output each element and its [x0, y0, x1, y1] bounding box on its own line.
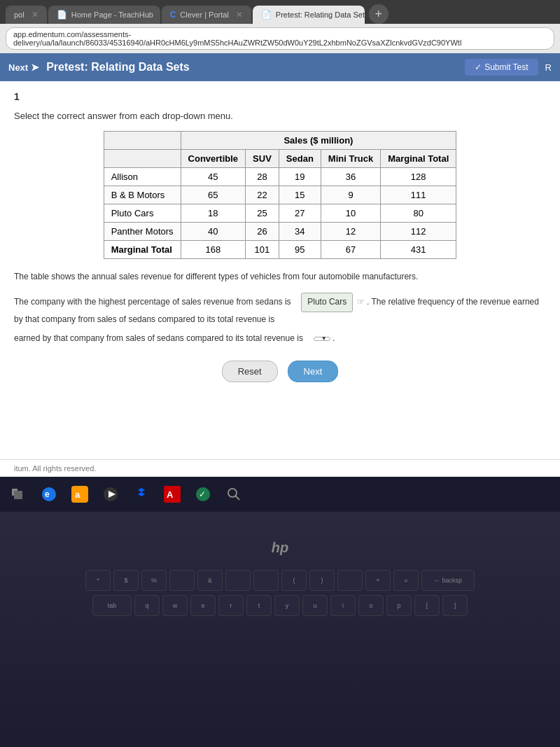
svg-text:a: a — [75, 489, 80, 500]
key-equals[interactable]: = — [393, 570, 419, 591]
svg-text:A: A — [167, 489, 174, 500]
table-company-pluto: Pluto Cars — [104, 204, 181, 223]
key-ampersand[interactable]: & — [197, 570, 223, 591]
tab-pretest-label: Pretest: Relating Data Sets — [276, 11, 365, 19]
keyboard-row-symbols: * $ % & ( ) + = ← backsp — [14, 570, 546, 591]
taskbar-dropbox-icon[interactable] — [130, 483, 153, 505]
table-marginal-total: 431 — [381, 241, 456, 259]
tab-clever-close[interactable]: ✕ — [236, 10, 243, 20]
tab-pool-close[interactable]: ✕ — [31, 10, 38, 20]
key-blank2[interactable] — [225, 570, 251, 591]
svg-text:e: e — [45, 489, 50, 499]
table-bb-mini: 9 — [321, 186, 380, 204]
table-company-panther: Panther Motors — [104, 223, 181, 241]
taskbar-check-icon[interactable]: ✓ — [192, 483, 214, 505]
key-plus[interactable]: + — [365, 570, 391, 591]
tab-clever[interactable]: C Clever | Portal ✕ — [162, 6, 251, 24]
laptop-bottom: hp * $ % & ( ) + = ← backsp tab q w e r … — [0, 512, 560, 747]
next-button[interactable]: Next — [288, 361, 339, 382]
button-row: Reset Next — [14, 361, 546, 382]
tab-pool-label: pol — [14, 11, 24, 19]
nav-next-button[interactable]: Next ➤ — [8, 62, 39, 73]
table-col-suv: SUV — [246, 150, 279, 168]
table-col-convertible: Convertible — [181, 150, 246, 168]
key-t[interactable]: t — [246, 595, 272, 616]
table-main-header: Sales ($ million) — [181, 132, 456, 150]
keyboard-row-qwerty: tab q w e r t y u i o p [ ] — [14, 595, 546, 616]
key-percent[interactable]: % — [141, 570, 167, 591]
company-dropdown[interactable]: Pluto Cars — [301, 293, 353, 312]
svg-rect-1 — [14, 491, 22, 499]
table-company-marginal: Marginal Total — [104, 241, 181, 259]
table-allison-sedan: 19 — [279, 168, 321, 186]
taskbar-search-icon[interactable] — [223, 483, 245, 505]
frequency-dropdown[interactable] — [314, 337, 330, 341]
question-earned-text: earned by that company from sales of sed… — [14, 333, 303, 343]
table-panther-conv: 40 — [181, 223, 246, 241]
table-allison-suv: 28 — [246, 168, 279, 186]
url-input[interactable]: app.edmentum.com/assessments-delivery/ua… — [6, 27, 554, 50]
tab-pool[interactable]: pol ✕ — [6, 6, 47, 24]
table-panther-suv: 26 — [246, 223, 279, 241]
table-row: Panther Motors 40 26 34 12 112 — [104, 223, 456, 241]
key-blank3[interactable] — [253, 570, 279, 591]
hp-logo: hp — [272, 540, 288, 556]
nav-next-label: Next — [8, 62, 28, 73]
tab-teachhub[interactable]: 📄 Home Page - TeachHub ✕ — [48, 6, 160, 24]
key-p[interactable]: p — [386, 595, 412, 616]
table-row: Marginal Total 168 101 95 67 431 — [104, 241, 456, 259]
key-y[interactable]: y — [274, 595, 300, 616]
dropdown1-cursor-icon[interactable]: ☞ — [357, 297, 365, 307]
key-blank4[interactable] — [337, 570, 363, 591]
table-pluto-suv: 25 — [246, 204, 279, 223]
submit-icon: ✓ — [475, 62, 482, 72]
address-bar: app.edmentum.com/assessments-delivery/ua… — [0, 24, 560, 53]
question-part1-text: The company with the highest percentage … — [14, 297, 291, 307]
table-panther-total: 112 — [381, 223, 456, 241]
nav-right-button[interactable]: R — [545, 62, 552, 73]
browser-chrome: pol ✕ 📄 Home Page - TeachHub ✕ C Clever … — [0, 0, 560, 24]
key-asterisk[interactable]: * — [85, 570, 111, 591]
new-tab-button[interactable]: + — [369, 4, 388, 24]
key-i[interactable]: i — [330, 595, 356, 616]
key-open-paren[interactable]: ( — [281, 570, 307, 591]
table-bb-suv: 22 — [246, 186, 279, 204]
key-q[interactable]: q — [134, 595, 160, 616]
svg-point-12 — [228, 489, 237, 497]
table-marginal-conv: 168 — [181, 241, 246, 259]
key-o[interactable]: o — [358, 595, 384, 616]
table-col-marginal: Marginal Total — [381, 150, 456, 168]
table-company-allison: Allison — [104, 168, 181, 186]
key-w[interactable]: w — [162, 595, 188, 616]
tab-teachhub-label: Home Page - TeachHub — [71, 11, 153, 19]
table-empty-header — [104, 132, 181, 150]
key-backspace[interactable]: ← backsp — [421, 570, 475, 591]
key-bracket-open[interactable]: [ — [414, 595, 440, 616]
reset-button[interactable]: Reset — [222, 361, 278, 382]
taskbar-acrobat-icon[interactable]: A — [161, 483, 183, 505]
key-bracket-close[interactable]: ] — [442, 595, 468, 616]
taskbar-files-icon[interactable] — [7, 483, 29, 505]
app-nav: Next ➤ Pretest: Relating Data Sets ✓ Sub… — [0, 53, 560, 81]
tab-bar: pol ✕ 📄 Home Page - TeachHub ✕ C Clever … — [6, 4, 554, 24]
taskbar-edge-icon[interactable]: e — [38, 483, 60, 505]
table-panther-sedan: 34 — [279, 223, 321, 241]
key-blank1[interactable] — [169, 570, 195, 591]
key-e[interactable]: e — [190, 595, 216, 616]
key-r[interactable]: r — [218, 595, 244, 616]
taskbar: e a A ✓ — [0, 477, 560, 512]
taskbar-amazon-icon[interactable]: a — [69, 483, 91, 505]
table-company-bb: B & B Motors — [104, 186, 181, 204]
key-tab[interactable]: tab — [92, 595, 132, 616]
submit-test-button[interactable]: ✓ Submit Test — [465, 59, 538, 76]
table-bb-sedan: 15 — [279, 186, 321, 204]
table-pluto-mini: 10 — [321, 204, 380, 223]
tab-pretest[interactable]: 📄 Pretest: Relating Data Sets ✕ — [253, 6, 365, 24]
keyboard-area: * $ % & ( ) + = ← backsp tab q w e r t y… — [14, 570, 546, 616]
key-u[interactable]: u — [302, 595, 328, 616]
key-close-paren[interactable]: ) — [309, 570, 335, 591]
key-dollar[interactable]: $ — [113, 570, 139, 591]
taskbar-play-icon[interactable] — [99, 483, 122, 505]
table-pluto-sedan: 27 — [279, 204, 321, 223]
submit-test-label: Submit Test — [484, 62, 528, 72]
